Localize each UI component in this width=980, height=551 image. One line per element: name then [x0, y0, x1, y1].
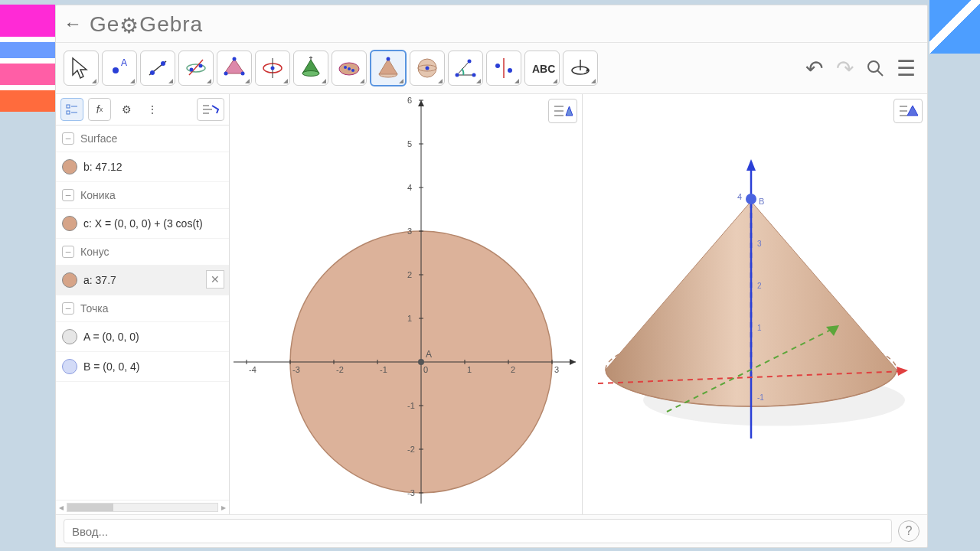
- svg-point-21: [351, 69, 354, 72]
- svg-point-30: [472, 73, 476, 77]
- svg-text:-1: -1: [380, 365, 387, 374]
- svg-text:1: 1: [407, 314, 412, 323]
- svg-text:-1: -1: [407, 401, 415, 410]
- object-label: a: 37.7: [83, 274, 116, 286]
- titlebar: ← Ge⚙Gebra: [56, 5, 927, 43]
- svg-point-4: [161, 61, 165, 66]
- settings-icon[interactable]: ⚙: [116, 99, 137, 120]
- tool-angle[interactable]: [448, 51, 483, 86]
- object-point-a[interactable]: A = (0, 0, 0): [56, 322, 229, 352]
- tool-pyramid[interactable]: [217, 51, 252, 86]
- category-conic[interactable]: –Коника: [56, 182, 229, 209]
- svg-text:-4: -4: [249, 365, 256, 374]
- svg-text:0: 0: [423, 365, 428, 374]
- tool-circle-axis[interactable]: [255, 51, 290, 86]
- svg-point-29: [468, 60, 472, 64]
- svg-point-24: [387, 57, 390, 61]
- algebra-more-icon[interactable]: ⋮: [142, 99, 163, 120]
- svg-point-12: [241, 72, 245, 76]
- svg-text:-2: -2: [336, 365, 344, 374]
- svg-text:-3: -3: [407, 488, 415, 497]
- svg-point-32: [495, 64, 500, 68]
- object-label: b: 47.12: [83, 161, 122, 173]
- tool-extrude-cone[interactable]: [293, 51, 328, 86]
- undo-button[interactable]: ↶: [800, 54, 828, 82]
- view2d-style-button[interactable]: [548, 99, 577, 123]
- object-label: B = (0, 0, 4): [83, 360, 140, 373]
- redo-button[interactable]: ↷: [831, 54, 858, 82]
- tool-point[interactable]: A: [102, 51, 137, 86]
- svg-point-33: [508, 68, 512, 73]
- graphics-3d-view[interactable]: 1234-1B: [583, 94, 927, 514]
- graphics-2d-view[interactable]: -4-3-2-10123-3-2-1123456A: [230, 94, 583, 514]
- svg-point-89: [418, 359, 424, 365]
- algebra-tree-toggle[interactable]: [60, 98, 83, 121]
- svg-point-27: [426, 67, 430, 70]
- category-label: Surface: [80, 132, 117, 145]
- graphics-2d-canvas[interactable]: -4-3-2-10123-3-2-1123456A: [230, 94, 582, 507]
- svg-text:A: A: [121, 57, 127, 68]
- tool-sphere[interactable]: [332, 51, 367, 86]
- tool-line[interactable]: [140, 51, 175, 86]
- svg-rect-39: [67, 105, 70, 108]
- svg-point-15: [271, 67, 275, 70]
- object-a[interactable]: a: 37.7✕: [56, 266, 229, 295]
- svg-marker-54: [418, 100, 424, 106]
- category-label: Коника: [80, 189, 116, 201]
- svg-marker-9: [224, 59, 244, 73]
- svg-marker-49: [566, 106, 573, 116]
- svg-marker-100: [897, 367, 908, 376]
- svg-point-8: [199, 64, 203, 68]
- tool-text[interactable]: ABC: [524, 51, 560, 86]
- back-icon[interactable]: ←: [64, 13, 82, 34]
- object-c[interactable]: c: X = (0, 0, 0) + (3 cos(t): [56, 209, 229, 239]
- graphics-3d-canvas[interactable]: 1234-1B: [583, 94, 927, 507]
- category-point[interactable]: –Точка: [56, 295, 229, 322]
- svg-point-19: [344, 66, 347, 69]
- svg-point-37: [868, 61, 879, 72]
- menu-icon[interactable]: ☰: [892, 54, 920, 82]
- close-icon[interactable]: ✕: [206, 270, 224, 289]
- category-label: Точка: [80, 302, 108, 315]
- category-surface[interactable]: –Surface: [56, 126, 229, 152]
- view3d-style-button[interactable]: [893, 99, 923, 123]
- svg-text:1: 1: [467, 365, 472, 374]
- input-bar: ?: [56, 514, 927, 547]
- svg-text:4: 4: [737, 192, 742, 201]
- main-toolbar: A ABC ↶ ↷ ☰: [56, 43, 927, 94]
- tool-rotate-view[interactable]: [563, 51, 598, 86]
- search-icon[interactable]: [861, 54, 889, 82]
- slide-decoration-left: [0, 5, 55, 112]
- object-label: A = (0, 0, 0): [83, 331, 139, 343]
- svg-text:4: 4: [407, 183, 412, 192]
- app-logo: Ge⚙Gebra: [90, 11, 203, 37]
- svg-text:ABC: ABC: [532, 63, 555, 75]
- algebra-sort-button[interactable]: [197, 98, 224, 121]
- algebra-toolbar: fx ⚙ ⋮: [56, 94, 229, 126]
- svg-text:5: 5: [407, 139, 412, 148]
- tool-sphere-center[interactable]: [410, 51, 445, 86]
- algebra-fx-button[interactable]: fx: [88, 98, 111, 121]
- svg-text:6: 6: [407, 96, 412, 105]
- svg-text:B: B: [759, 197, 764, 206]
- svg-text:2: 2: [757, 282, 762, 290]
- svg-marker-98: [746, 159, 756, 171]
- svg-rect-40: [67, 111, 70, 114]
- category-cone[interactable]: –Конус: [56, 239, 229, 266]
- svg-line-38: [877, 70, 883, 76]
- tool-cone[interactable]: [370, 50, 407, 86]
- svg-text:-2: -2: [407, 445, 415, 454]
- object-b[interactable]: b: 47.12: [56, 152, 229, 182]
- algebra-hscrollbar[interactable]: ◂▸: [56, 500, 229, 514]
- svg-marker-23: [379, 59, 397, 74]
- tool-move[interactable]: [64, 51, 99, 86]
- command-input[interactable]: [64, 519, 892, 543]
- workspace: fx ⚙ ⋮ –Surface b: 47.12 –Коника c: X = …: [56, 94, 927, 514]
- object-label: c: X = (0, 0, 0) + (3 cos(t): [83, 217, 203, 230]
- tool-reflect[interactable]: [486, 51, 521, 86]
- svg-text:1: 1: [757, 324, 762, 332]
- help-icon[interactable]: ?: [898, 520, 920, 542]
- svg-point-7: [190, 68, 194, 72]
- object-point-b[interactable]: B = (0, 0, 4): [56, 352, 229, 382]
- tool-intersect[interactable]: [178, 51, 214, 86]
